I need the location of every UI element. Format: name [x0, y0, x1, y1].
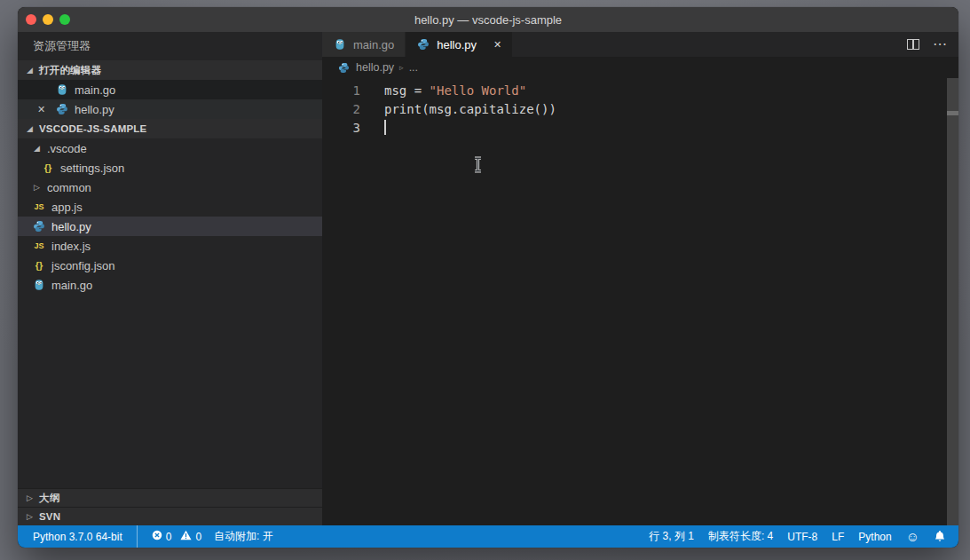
json-icon: {}	[41, 161, 55, 175]
auto-attach-status[interactable]: 自动附加: 开	[214, 529, 273, 544]
open-editors-header[interactable]: ◢ 打开的编辑器	[18, 60, 322, 80]
cursor-overview-marker	[947, 111, 958, 115]
feedback-smiley-icon[interactable]: ☺	[906, 530, 919, 543]
close-editor-icon[interactable]: ✕	[37, 104, 55, 115]
breadcrumb[interactable]: hello.py ▹ ...	[322, 57, 958, 78]
editor-scrollbar[interactable]	[947, 78, 958, 525]
breadcrumb-more[interactable]: ...	[409, 61, 418, 74]
go-icon	[55, 83, 69, 97]
code-line-1: 1 msg = "Hello World"	[322, 82, 958, 100]
tab-bar: main.go hello.py ✕ ⋯	[322, 32, 958, 57]
close-window-button[interactable]	[26, 14, 36, 25]
tree-item-index-js[interactable]: JS index.js	[18, 236, 322, 256]
tree-item-settings-json[interactable]: {} settings.json	[18, 158, 322, 177]
text-cursor	[384, 120, 386, 135]
maximize-window-button[interactable]	[59, 14, 70, 25]
cursor-position-status[interactable]: 行 3, 列 1	[649, 529, 694, 544]
sidebar-title: 资源管理器	[18, 32, 322, 60]
python-interpreter-status[interactable]: Python 3.7.0 64-bit	[33, 531, 122, 543]
tree-item-vscode-folder[interactable]: ◢ .vscode	[18, 138, 322, 158]
javascript-icon: JS	[32, 239, 46, 253]
language-mode-status[interactable]: Python	[858, 531, 891, 543]
traffic-lights	[26, 7, 70, 32]
javascript-icon: JS	[32, 200, 46, 214]
go-icon	[333, 37, 347, 51]
mouse-ibeam-cursor	[473, 156, 483, 178]
json-icon: {}	[32, 258, 46, 272]
tab-label: main.go	[353, 38, 394, 51]
svn-section-header[interactable]: ▷ SVN	[18, 507, 322, 525]
close-tab-icon[interactable]: ✕	[493, 39, 501, 51]
tab-main-go[interactable]: main.go	[322, 32, 406, 57]
open-editor-label: main.go	[75, 83, 115, 97]
eol-status[interactable]: LF	[832, 531, 844, 543]
open-editor-hello-py[interactable]: ✕ hello.py	[18, 99, 322, 119]
code-editor[interactable]: 1 msg = "Hello World" 2 print(msg.capita…	[322, 78, 958, 525]
error-icon	[152, 530, 162, 543]
warning-icon	[180, 530, 192, 543]
minimize-window-button[interactable]	[43, 14, 53, 25]
line-number: 2	[322, 100, 384, 119]
python-icon	[336, 60, 351, 75]
python-icon	[55, 102, 69, 116]
code-line-3: 3	[322, 119, 958, 138]
tab-size-status[interactable]: 制表符长度: 4	[708, 529, 773, 544]
tree-item-main-go[interactable]: main.go	[18, 275, 322, 295]
titlebar[interactable]: hello.py — vscode-js-sample	[18, 7, 958, 32]
chevron-collapsed-icon: ▷	[32, 183, 42, 192]
line-number-active: 3	[322, 119, 384, 138]
problems-status[interactable]: 0 0	[152, 530, 201, 543]
chevron-expanded-icon: ◢	[32, 144, 42, 153]
encoding-status[interactable]: UTF-8	[787, 531, 817, 543]
outline-section-header[interactable]: ▷ 大纲	[18, 488, 322, 507]
breadcrumb-separator-icon: ▹	[399, 63, 404, 72]
python-icon	[416, 37, 430, 51]
chevron-collapsed-icon: ▷	[25, 512, 35, 521]
tree-item-common-folder[interactable]: ▷ common	[18, 177, 322, 197]
split-editor-icon[interactable]	[907, 39, 919, 50]
code-line-2: 2 print(msg.capitalize())	[322, 100, 958, 119]
status-bar: Python 3.7.0 64-bit 0 0 自动附加: 开 行 3, 列 1…	[18, 525, 958, 548]
notifications-bell-icon[interactable]	[934, 530, 946, 543]
window-title: hello.py — vscode-js-sample	[414, 13, 562, 27]
open-editor-main-go[interactable]: main.go	[18, 80, 322, 99]
project-root-header[interactable]: ◢ VSCODE-JS-SAMPLE	[18, 119, 322, 138]
explorer-sidebar: 资源管理器 ◢ 打开的编辑器 main.go ✕ hello.py	[18, 32, 322, 525]
tree-item-hello-py[interactable]: hello.py	[18, 217, 322, 236]
open-editor-label: hello.py	[75, 103, 114, 116]
breadcrumb-file[interactable]: hello.py	[356, 61, 394, 74]
more-actions-icon[interactable]: ⋯	[933, 40, 948, 49]
line-number: 1	[322, 82, 384, 100]
chevron-expanded-icon: ◢	[25, 124, 35, 133]
editor-group: main.go hello.py ✕ ⋯ hello.	[322, 32, 958, 525]
vscode-window: hello.py — vscode-js-sample 资源管理器 ◢ 打开的编…	[18, 7, 958, 548]
tree-item-app-js[interactable]: JS app.js	[18, 197, 322, 217]
chevron-collapsed-icon: ▷	[25, 493, 35, 502]
python-icon	[32, 219, 46, 233]
tab-label: hello.py	[437, 38, 477, 51]
tree-item-jsconfig-json[interactable]: {} jsconfig.json	[18, 256, 322, 275]
tab-hello-py[interactable]: hello.py ✕	[406, 32, 512, 57]
chevron-expanded-icon: ◢	[25, 66, 35, 75]
go-icon	[32, 278, 46, 292]
